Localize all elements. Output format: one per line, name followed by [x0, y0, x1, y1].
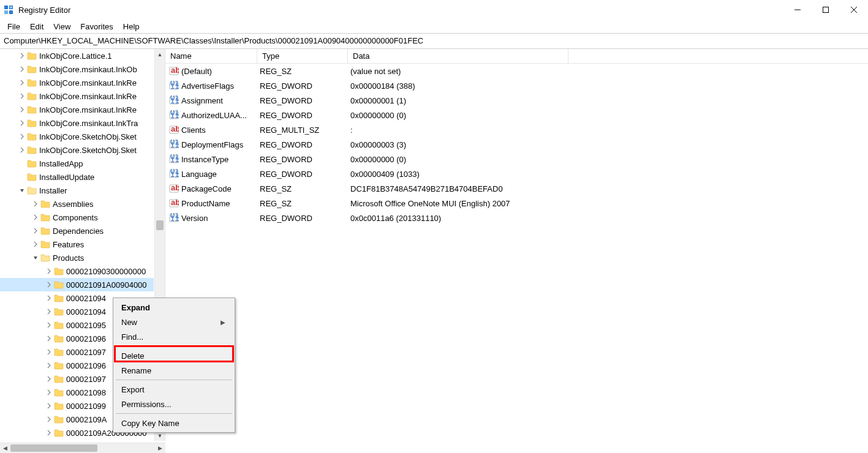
chevron-right-icon[interactable] [44, 414, 54, 424]
svg-text:ab: ab [171, 125, 179, 133]
menu-view[interactable]: View [48, 21, 75, 32]
value-row[interactable]: abProductNameREG_SZMicrosoft Office OneN… [165, 196, 868, 211]
tree-item[interactable]: InstalledUpdate [0, 170, 154, 184]
value-row[interactable]: abClientsREG_MULTI_SZ: [165, 122, 868, 137]
tree-item[interactable]: Features [0, 238, 154, 251]
chevron-right-icon[interactable] [44, 374, 54, 384]
menu-item-label: New [121, 318, 221, 327]
address-bar[interactable]: Computer\HKEY_LOCAL_MACHINE\SOFTWARE\Cla… [0, 33, 868, 49]
scroll-up-button[interactable]: ▲ [155, 49, 165, 59]
value-row[interactable]: abPackageCodeREG_SZDC1F81B3748A54749B271… [165, 181, 868, 196]
tree-item-label: 00002109A [66, 415, 107, 424]
chevron-right-icon[interactable] [17, 105, 27, 114]
svg-text:ab: ab [171, 198, 179, 207]
maximize-button[interactable] [812, 0, 840, 20]
tree-item[interactable]: Components [0, 211, 154, 224]
tree-item-label: 000021090300000000 [66, 267, 146, 276]
tree-item[interactable]: Assemblies [0, 197, 154, 211]
chevron-down-icon[interactable] [17, 185, 27, 195]
chevron-right-icon[interactable] [44, 307, 54, 316]
folder-icon [40, 226, 50, 236]
close-button[interactable] [840, 0, 868, 20]
value-row[interactable]: 011110AdvertiseFlagsREG_DWORD0x00000184 … [165, 78, 868, 93]
chevron-right-icon[interactable] [31, 199, 40, 209]
value-row[interactable]: 011110AuthorizedLUAA...REG_DWORD0x000000… [165, 108, 868, 122]
tree-item-label: InkObjCore.msinkaut.InkRe [39, 78, 137, 88]
chevron-right-icon[interactable] [44, 280, 54, 290]
window-title: Registry Editor [18, 6, 783, 15]
chevron-right-icon[interactable] [17, 51, 27, 61]
col-header-data[interactable]: Data [348, 49, 568, 63]
chevron-right-icon[interactable] [44, 361, 54, 370]
tree-item[interactable]: Products [0, 251, 154, 264]
scroll-left-button[interactable]: ◀ [0, 443, 10, 454]
menu-file[interactable]: File [2, 21, 25, 32]
tree-item-label: InkObjCore.SketchObj.Sket [39, 146, 137, 155]
context-menu-item-delete[interactable]: Delete [115, 348, 233, 363]
value-row[interactable]: 011110VersionREG_DWORD0x0c0011a6 (201331… [165, 211, 868, 225]
chevron-right-icon[interactable] [17, 132, 27, 141]
chevron-right-icon[interactable] [17, 78, 27, 88]
value-row[interactable]: ab(Default)REG_SZ(value not set) [165, 64, 868, 78]
chevron-right-icon[interactable] [17, 91, 27, 101]
tree-item-label: 000021096 [66, 334, 106, 343]
tree-item[interactable]: Installer [0, 184, 154, 197]
chevron-right-icon[interactable] [44, 320, 54, 330]
context-menu-item-rename[interactable]: Rename [115, 363, 233, 378]
folder-icon [54, 334, 64, 343]
scroll-right-button[interactable]: ▶ [155, 443, 165, 454]
tree-item[interactable]: InkObjCore.SketchObj.Sket [0, 130, 154, 143]
menu-help[interactable]: Help [118, 21, 145, 32]
value-row[interactable]: 011110LanguageREG_DWORD0x00000409 (1033) [165, 167, 868, 181]
chevron-right-icon[interactable] [17, 118, 27, 128]
value-row[interactable]: 011110DeploymentFlagsREG_DWORD0x00000003… [165, 137, 868, 152]
context-menu-item-find[interactable]: Find... [115, 329, 233, 344]
tree-item[interactable]: InkObjCore.msinkaut.InkRe [0, 103, 154, 116]
menu-item-label: Export [121, 385, 225, 394]
minimize-button[interactable] [783, 0, 812, 20]
context-menu-item-new[interactable]: New▶ [115, 315, 233, 329]
chevron-down-icon[interactable] [31, 253, 40, 263]
col-header-type[interactable]: Type [257, 49, 348, 63]
menu-edit[interactable]: Edit [25, 21, 48, 32]
chevron-right-icon[interactable] [31, 212, 40, 222]
value-row[interactable]: 011110InstanceTypeREG_DWORD0x00000000 (0… [165, 152, 868, 167]
chevron-right-icon[interactable] [44, 266, 54, 276]
context-menu-item-export[interactable]: Export [115, 382, 233, 397]
scroll-thumb[interactable] [156, 220, 164, 230]
chevron-right-icon[interactable] [44, 387, 54, 397]
chevron-right-icon[interactable] [44, 347, 54, 357]
context-menu-item-copy-key-name[interactable]: Copy Key Name [115, 416, 233, 430]
regedit-icon [4, 5, 13, 15]
context-menu-item-permissions[interactable]: Permissions... [115, 397, 233, 411]
chevron-right-icon[interactable] [17, 64, 27, 74]
chevron-right-icon[interactable] [44, 401, 54, 411]
tree-item-label: 000021094 [66, 307, 106, 316]
tree-item[interactable]: InstalledApp [0, 157, 154, 170]
chevron-right-icon[interactable] [31, 239, 40, 249]
chevron-right-icon[interactable] [31, 226, 40, 236]
folder-icon [54, 320, 64, 330]
menu-favorites[interactable]: Favorites [75, 21, 118, 32]
tree-item[interactable]: InkObjCore.msinkaut.InkRe [0, 89, 154, 103]
tree-item[interactable]: InkObjCore.Lattice.1 [0, 49, 154, 62]
tree-hscrollbar[interactable]: ◀ ▶ [0, 443, 165, 453]
chevron-right-icon[interactable] [44, 293, 54, 303]
col-header-name[interactable]: Name [165, 49, 257, 63]
tree-item[interactable]: InkObjCore.msinkaut.InkTra [0, 116, 154, 130]
value-row[interactable]: 011110AssignmentREG_DWORD0x00000001 (1) [165, 93, 868, 108]
tree-item[interactable]: Dependencies [0, 224, 154, 238]
menu-separator [116, 380, 232, 380]
chevron-right-icon[interactable] [44, 334, 54, 343]
folder-icon [54, 361, 64, 370]
chevron-right-icon[interactable] [17, 145, 27, 155]
tree-item[interactable]: InkObjCore.msinkaut.InkOb [0, 62, 154, 76]
tree-item[interactable]: InkObjCore.SketchObj.Sket [0, 143, 154, 157]
tree-item[interactable]: 000021091A00904000 [0, 278, 154, 291]
context-menu-item-expand[interactable]: Expand [115, 300, 233, 315]
chevron-right-icon[interactable] [44, 428, 54, 438]
tree-item-label: 000021094 [66, 294, 106, 303]
context-menu: ExpandNew▶Find...DeleteRenameExportPermi… [113, 298, 235, 433]
tree-item[interactable]: InkObjCore.msinkaut.InkRe [0, 76, 154, 89]
tree-item[interactable]: 000021090300000000 [0, 264, 154, 278]
